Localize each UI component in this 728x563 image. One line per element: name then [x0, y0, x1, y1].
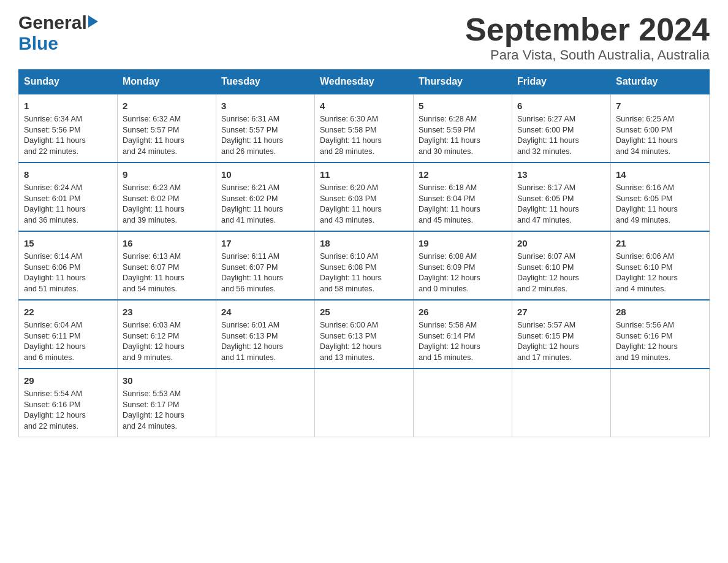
calendar-day-cell: 25Sunrise: 6:00 AMSunset: 6:13 PMDayligh…	[315, 300, 414, 369]
calendar-week-row: 22Sunrise: 6:04 AMSunset: 6:11 PMDayligh…	[19, 300, 710, 369]
page: General Blue September 2024 Para Vista, …	[0, 0, 728, 456]
day-info: Sunrise: 6:13 AMSunset: 6:07 PMDaylight:…	[123, 251, 211, 294]
calendar-day-cell: 22Sunrise: 6:04 AMSunset: 6:11 PMDayligh…	[19, 300, 118, 369]
day-number: 22	[24, 305, 112, 318]
calendar-day-header: Tuesday	[216, 70, 315, 94]
day-info: Sunrise: 5:53 AMSunset: 6:17 PMDaylight:…	[123, 389, 211, 432]
calendar-day-cell: 8Sunrise: 6:24 AMSunset: 6:01 PMDaylight…	[19, 163, 118, 231]
day-number: 24	[221, 305, 309, 318]
day-number: 11	[320, 168, 408, 181]
day-info: Sunrise: 6:11 AMSunset: 6:07 PMDaylight:…	[221, 251, 309, 294]
day-info: Sunrise: 6:01 AMSunset: 6:13 PMDaylight:…	[221, 320, 309, 363]
month-year-title: September 2024	[465, 12, 710, 47]
day-number: 15	[24, 237, 112, 250]
day-number: 30	[123, 374, 211, 387]
calendar-day-cell	[414, 369, 512, 437]
day-info: Sunrise: 6:18 AMSunset: 6:04 PMDaylight:…	[419, 183, 507, 226]
calendar-day-cell: 13Sunrise: 6:17 AMSunset: 6:05 PMDayligh…	[512, 163, 611, 231]
logo: General Blue	[18, 12, 98, 54]
day-info: Sunrise: 6:30 AMSunset: 5:58 PMDaylight:…	[320, 114, 408, 157]
day-number: 13	[517, 168, 605, 181]
calendar-day-header: Sunday	[19, 70, 118, 94]
day-number: 8	[24, 168, 112, 181]
calendar-day-cell: 29Sunrise: 5:54 AMSunset: 6:16 PMDayligh…	[19, 369, 118, 437]
day-number: 6	[517, 99, 605, 112]
calendar-week-row: 15Sunrise: 6:14 AMSunset: 6:06 PMDayligh…	[19, 231, 710, 300]
day-info: Sunrise: 5:58 AMSunset: 6:14 PMDaylight:…	[419, 320, 507, 363]
calendar-day-cell: 30Sunrise: 5:53 AMSunset: 6:17 PMDayligh…	[118, 369, 216, 437]
calendar-day-cell	[216, 369, 315, 437]
day-number: 25	[320, 305, 408, 318]
calendar-day-cell: 4Sunrise: 6:30 AMSunset: 5:58 PMDaylight…	[315, 94, 414, 163]
day-number: 21	[616, 237, 704, 250]
day-info: Sunrise: 6:04 AMSunset: 6:11 PMDaylight:…	[24, 320, 112, 363]
calendar-day-header: Friday	[512, 70, 611, 94]
calendar-day-cell: 27Sunrise: 5:57 AMSunset: 6:15 PMDayligh…	[512, 300, 611, 369]
calendar-day-cell: 6Sunrise: 6:27 AMSunset: 6:00 PMDaylight…	[512, 94, 611, 163]
day-info: Sunrise: 6:17 AMSunset: 6:05 PMDaylight:…	[517, 183, 605, 226]
calendar-day-cell: 20Sunrise: 6:07 AMSunset: 6:10 PMDayligh…	[512, 231, 611, 300]
calendar-day-cell: 18Sunrise: 6:10 AMSunset: 6:08 PMDayligh…	[315, 231, 414, 300]
day-info: Sunrise: 6:03 AMSunset: 6:12 PMDaylight:…	[123, 320, 211, 363]
calendar-week-row: 1Sunrise: 6:34 AMSunset: 5:56 PMDaylight…	[19, 94, 710, 163]
day-number: 9	[123, 168, 211, 181]
day-info: Sunrise: 6:34 AMSunset: 5:56 PMDaylight:…	[24, 114, 112, 157]
day-info: Sunrise: 6:10 AMSunset: 6:08 PMDaylight:…	[320, 251, 408, 294]
calendar-day-cell: 14Sunrise: 6:16 AMSunset: 6:05 PMDayligh…	[611, 163, 710, 231]
day-number: 27	[517, 305, 605, 318]
day-info: Sunrise: 6:06 AMSunset: 6:10 PMDaylight:…	[616, 251, 704, 294]
calendar-day-header: Monday	[118, 70, 216, 94]
day-info: Sunrise: 5:54 AMSunset: 6:16 PMDaylight:…	[24, 389, 112, 432]
day-number: 2	[123, 99, 211, 112]
day-info: Sunrise: 6:31 AMSunset: 5:57 PMDaylight:…	[221, 114, 309, 157]
day-number: 12	[419, 168, 507, 181]
logo-blue-text: Blue	[18, 33, 58, 53]
day-number: 17	[221, 237, 309, 250]
calendar-day-cell: 16Sunrise: 6:13 AMSunset: 6:07 PMDayligh…	[118, 231, 216, 300]
day-number: 16	[123, 237, 211, 250]
day-number: 10	[221, 168, 309, 181]
calendar-week-row: 8Sunrise: 6:24 AMSunset: 6:01 PMDaylight…	[19, 163, 710, 231]
calendar-day-cell	[611, 369, 710, 437]
day-info: Sunrise: 5:56 AMSunset: 6:16 PMDaylight:…	[616, 320, 704, 363]
calendar-day-header: Thursday	[414, 70, 512, 94]
day-info: Sunrise: 6:07 AMSunset: 6:10 PMDaylight:…	[517, 251, 605, 294]
day-number: 1	[24, 99, 112, 112]
calendar-day-cell: 28Sunrise: 5:56 AMSunset: 6:16 PMDayligh…	[611, 300, 710, 369]
day-info: Sunrise: 6:16 AMSunset: 6:05 PMDaylight:…	[616, 183, 704, 226]
calendar-day-cell: 7Sunrise: 6:25 AMSunset: 6:00 PMDaylight…	[611, 94, 710, 163]
day-info: Sunrise: 6:00 AMSunset: 6:13 PMDaylight:…	[320, 320, 408, 363]
day-number: 18	[320, 237, 408, 250]
header: General Blue September 2024 Para Vista, …	[18, 12, 710, 63]
day-info: Sunrise: 6:20 AMSunset: 6:03 PMDaylight:…	[320, 183, 408, 226]
calendar-header-row: SundayMondayTuesdayWednesdayThursdayFrid…	[19, 70, 710, 94]
calendar-day-cell: 12Sunrise: 6:18 AMSunset: 6:04 PMDayligh…	[414, 163, 512, 231]
calendar-day-header: Wednesday	[315, 70, 414, 94]
calendar-day-cell: 11Sunrise: 6:20 AMSunset: 6:03 PMDayligh…	[315, 163, 414, 231]
day-info: Sunrise: 5:57 AMSunset: 6:15 PMDaylight:…	[517, 320, 605, 363]
day-number: 26	[419, 305, 507, 318]
title-block: September 2024 Para Vista, South Austral…	[465, 12, 710, 63]
calendar-day-cell: 19Sunrise: 6:08 AMSunset: 6:09 PMDayligh…	[414, 231, 512, 300]
calendar-day-cell: 17Sunrise: 6:11 AMSunset: 6:07 PMDayligh…	[216, 231, 315, 300]
calendar-day-cell: 26Sunrise: 5:58 AMSunset: 6:14 PMDayligh…	[414, 300, 512, 369]
calendar-day-cell: 21Sunrise: 6:06 AMSunset: 6:10 PMDayligh…	[611, 231, 710, 300]
day-number: 14	[616, 168, 704, 181]
day-number: 28	[616, 305, 704, 318]
day-info: Sunrise: 6:23 AMSunset: 6:02 PMDaylight:…	[123, 183, 211, 226]
day-number: 4	[320, 99, 408, 112]
day-info: Sunrise: 6:28 AMSunset: 5:59 PMDaylight:…	[419, 114, 507, 157]
logo-arrow-icon	[88, 15, 98, 28]
day-number: 20	[517, 237, 605, 250]
day-info: Sunrise: 6:27 AMSunset: 6:00 PMDaylight:…	[517, 114, 605, 157]
calendar-day-cell	[512, 369, 611, 437]
calendar-day-cell: 5Sunrise: 6:28 AMSunset: 5:59 PMDaylight…	[414, 94, 512, 163]
day-info: Sunrise: 6:21 AMSunset: 6:02 PMDaylight:…	[221, 183, 309, 226]
calendar-day-cell: 15Sunrise: 6:14 AMSunset: 6:06 PMDayligh…	[19, 231, 118, 300]
calendar-day-cell: 3Sunrise: 6:31 AMSunset: 5:57 PMDaylight…	[216, 94, 315, 163]
calendar-week-row: 29Sunrise: 5:54 AMSunset: 6:16 PMDayligh…	[19, 369, 710, 437]
calendar-day-cell: 23Sunrise: 6:03 AMSunset: 6:12 PMDayligh…	[118, 300, 216, 369]
day-info: Sunrise: 6:32 AMSunset: 5:57 PMDaylight:…	[123, 114, 211, 157]
day-number: 19	[419, 237, 507, 250]
calendar-day-header: Saturday	[611, 70, 710, 94]
